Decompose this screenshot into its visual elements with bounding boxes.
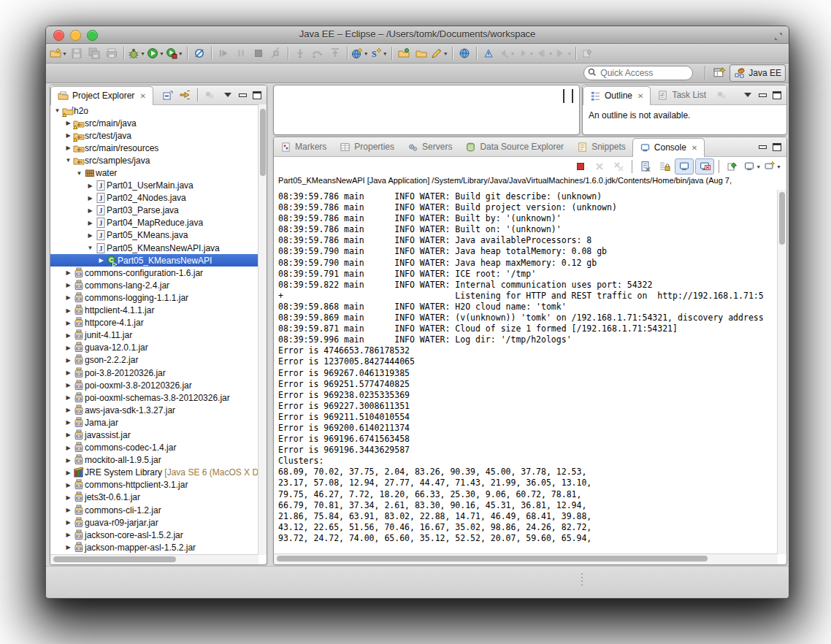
show-stderr-button[interactable] (695, 158, 714, 175)
skip-breakpoints-button[interactable] (191, 45, 208, 62)
web-browser-button[interactable] (456, 45, 473, 62)
collapsed-arrow-icon[interactable]: ▶ (64, 432, 72, 438)
collapsed-arrow-icon[interactable]: ▶ (86, 183, 94, 189)
open-console-button[interactable]: ▼ (763, 158, 782, 175)
tab-snippets[interactable]: Snippets (570, 138, 632, 156)
expanded-arrow-icon[interactable]: ▼ (86, 245, 94, 251)
open-resource-button[interactable] (395, 45, 413, 62)
open-folder-button[interactable] (413, 45, 430, 62)
collapsed-arrow-icon[interactable]: ▶ (64, 382, 72, 388)
disconnect-button[interactable] (267, 45, 285, 62)
back-button[interactable]: ▼ (535, 45, 554, 62)
tree-item-commons-codec-1-4-jar[interactable]: ▶010commons-codec-1.4.jar (50, 442, 259, 454)
tab-markers[interactable]: Markers (274, 138, 333, 156)
maximize-view-icon[interactable] (770, 140, 784, 153)
step-into-button[interactable] (291, 45, 309, 62)
tree-item-part03-parse-java[interactable]: ▶JPart03_Parse.java (50, 204, 259, 217)
minimize-view-icon[interactable] (756, 88, 769, 101)
collapsed-arrow-icon[interactable]: ▶ (64, 320, 72, 326)
collapsed-arrow-icon[interactable]: ▶ (64, 307, 72, 314)
collapsed-arrow-icon[interactable]: ▶ (64, 419, 72, 426)
terminate-button[interactable] (250, 45, 267, 62)
collapsed-arrow-icon[interactable]: ▶ (86, 220, 94, 226)
clear-console-button[interactable] (637, 158, 654, 175)
close-icon[interactable]: ✕ (692, 144, 697, 152)
console-vertical-scrollbar[interactable] (777, 190, 786, 554)
collapsed-arrow-icon[interactable]: ▶ (86, 232, 94, 239)
tree-item-part05-kmeansnewapi[interactable]: ▶CPart05_KMeansNewAPI (50, 254, 259, 267)
new-button[interactable]: ▼ (49, 45, 68, 62)
perspective-java-ee-button[interactable]: Java EE (729, 64, 786, 82)
tree-item-javassist-jar[interactable]: ▶010javassist.jar (50, 429, 259, 441)
step-return-button[interactable] (326, 45, 344, 62)
remove-all-launches-button[interactable] (610, 158, 627, 175)
debug-button[interactable]: ▼ (127, 45, 146, 62)
tree-item-jama-jar[interactable]: ▶010Jama.jar (50, 416, 259, 429)
focus-on-active-task-button-2[interactable] (713, 86, 730, 104)
project-tree-vertical-scrollbar[interactable] (258, 104, 267, 555)
expanded-arrow-icon[interactable]: ▼ (64, 157, 72, 164)
collapsed-arrow-icon[interactable]: ▶ (64, 332, 72, 339)
collapsed-arrow-icon[interactable]: ▶ (64, 345, 72, 351)
web-service-wizard-button[interactable]: S▼ (369, 45, 388, 62)
collapsed-arrow-icon[interactable]: ▶ (64, 407, 72, 413)
tab-properties[interactable]: Properties (333, 138, 401, 156)
tree-item-commons-logging-1-1-1-jar[interactable]: ▶010commons-logging-1.1.1.jar (50, 291, 259, 304)
save-all-button[interactable] (85, 45, 103, 62)
collapsed-arrow-icon[interactable]: ▶ (64, 519, 72, 526)
tree-item-commons-cli-1-2-jar[interactable]: ▶010commons-cli-1.2.jar (50, 504, 259, 516)
last-edit-location-button[interactable]: ▼ (497, 45, 516, 62)
tree-item-commons-lang-2-4-jar[interactable]: ▶010commons-lang-2.4.jar (50, 279, 259, 291)
maximize-view-icon[interactable] (250, 88, 264, 101)
collapsed-arrow-icon[interactable]: ▶ (64, 282, 72, 288)
collapsed-arrow-icon[interactable]: ▶ (86, 195, 94, 202)
tree-item-jackson-core-asl-1-5-2-jar[interactable]: ▶010jackson-core-asl-1.5.2.jar (50, 529, 259, 541)
tree-item-src-main-resources[interactable]: ▶src/main/resources (50, 142, 259, 154)
maximize-editor-icon[interactable] (572, 90, 573, 103)
scroll-lock-button[interactable] (656, 158, 673, 175)
quick-access-input[interactable] (583, 66, 693, 80)
save-button[interactable] (68, 45, 85, 62)
collapsed-arrow-icon[interactable]: ▶ (64, 469, 72, 476)
forward-button[interactable]: ▼ (554, 45, 572, 62)
tree-item-aws-java-sdk-1-3-27-jar[interactable]: ▶010aws-java-sdk-1.3.27.jar (50, 404, 259, 416)
tree-item-poi-ooxml-3-8-20120326-jar[interactable]: ▶010poi-ooxml-3.8-20120326.jar (50, 379, 259, 391)
pin-editor-button[interactable] (579, 45, 597, 62)
close-icon[interactable]: ✕ (139, 92, 145, 100)
expanded-arrow-icon[interactable]: ▼ (53, 107, 61, 114)
tree-item-h2o[interactable]: ▼Jh2o (50, 104, 259, 117)
tree-item-junit-4-11-jar[interactable]: ▶010junit-4.11.jar (50, 329, 259, 342)
collapse-all-button[interactable] (159, 86, 177, 104)
title-bar[interactable]: Java EE – Eclipse – /Users/tomk/Document… (46, 26, 789, 44)
tree-item-water[interactable]: ▼water (50, 166, 259, 179)
tree-item-jackson-mapper-asl-1-5-2-jar[interactable]: ▶010jackson-mapper-asl-1.5.2.jar (50, 541, 259, 553)
pin-console-button[interactable] (724, 158, 741, 175)
collapsed-arrow-icon[interactable]: ▶ (64, 145, 72, 151)
tree-item-guava-12-0-1-jar[interactable]: ▶010guava-12.0.1.jar (50, 342, 259, 354)
collapsed-arrow-icon[interactable]: ▶ (64, 132, 72, 139)
fullscreen-icon[interactable] (774, 31, 783, 44)
tree-item-guava-r09-jarjar-jar[interactable]: ▶010guava-r09-jarjar.jar (50, 516, 259, 529)
open-perspective-button[interactable] (710, 65, 729, 81)
minimize-editor-icon[interactable] (563, 90, 564, 103)
collapsed-arrow-icon[interactable]: ▶ (64, 494, 72, 501)
step-over-button[interactable] (309, 45, 326, 62)
console-output[interactable]: 08:39:59.786 main INFO WATER: Build git … (274, 190, 778, 554)
collapsed-arrow-icon[interactable]: ▶ (97, 257, 105, 264)
tree-item-part01-usermain-java[interactable]: ▶JPart01_UserMain.java (50, 180, 259, 192)
tree-item-poi-ooxml-schemas-3-8-20120326-jar[interactable]: ▶010poi-ooxml-schemas-3.8-20120326.jar (50, 391, 259, 404)
minimize-view-icon[interactable] (756, 140, 769, 153)
tree-item-poi-3-8-20120326-jar[interactable]: ▶010poi-3.8-20120326.jar (50, 367, 259, 379)
collapsed-arrow-icon[interactable]: ▶ (64, 369, 72, 376)
view-menu-icon[interactable] (221, 88, 234, 101)
tree-item-jre-system-library[interactable]: ▶JRE System Library [Java SE 6 (MacOS X … (50, 467, 259, 479)
profile-button[interactable] (480, 45, 497, 62)
tree-item-gson-2-2-2-jar[interactable]: ▶010gson-2.2.2.jar (50, 354, 259, 367)
tree-item-part04-mapreduce-java[interactable]: ▶JPart04_MapReduce.java (50, 217, 259, 229)
next-annotation-button[interactable]: ▼ (516, 45, 535, 62)
tree-item-mockito-all-1-9-5-jar[interactable]: ▶010mockito-all-1.9.5.jar (50, 454, 259, 467)
view-menu-icon[interactable] (741, 88, 754, 101)
collapsed-arrow-icon[interactable]: ▶ (64, 445, 72, 451)
external-tools-button[interactable]: ▼ (165, 45, 184, 62)
tree-item-src-test-java[interactable]: ▶src/test/java (50, 129, 259, 142)
